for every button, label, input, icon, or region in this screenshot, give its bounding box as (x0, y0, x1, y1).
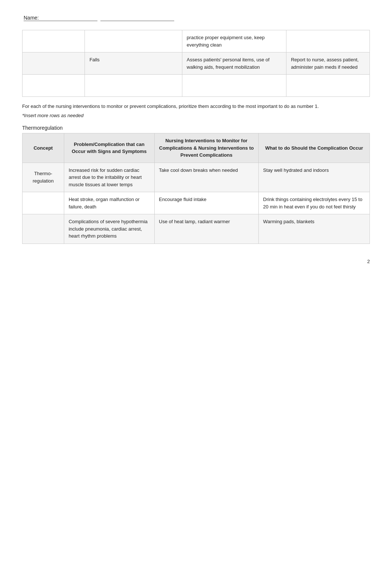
what-to-do-cell: Warming pads, blankets (258, 214, 369, 244)
cell (23, 30, 85, 52)
table-row (23, 75, 370, 97)
what-to-do-cell: Drink things containing electrolytes eve… (258, 192, 369, 214)
cell (23, 75, 85, 97)
table-row: Thermo-regulation Increased risk for sud… (23, 163, 370, 192)
concept-cell-empty (23, 192, 64, 214)
table-row: Complications of severe hypothermia incl… (23, 214, 370, 244)
cell (23, 52, 85, 75)
cell: Falls (85, 52, 182, 75)
table-header-row: Concept Problem/Complication that can Oc… (23, 133, 370, 163)
cell: Report to nurse, assess patient, adminis… (286, 52, 370, 75)
problem-cell: Increased risk for sudden cardiac arrest… (64, 163, 154, 192)
cell (286, 75, 370, 97)
note1-text: For each of the nursing interventions to… (22, 103, 370, 109)
intervention-cell: Encourage fluid intake (154, 192, 258, 214)
cell: Assess patients' personal items, use of … (182, 52, 286, 75)
name-field-label: Name: (22, 15, 370, 21)
page-number: 2 (22, 259, 370, 264)
problem-cell: Heat stroke, organ malfunction or failur… (64, 192, 154, 214)
cell (286, 30, 370, 52)
name-underline (100, 15, 174, 21)
col2-header: Problem/Complication that can Occur with… (64, 133, 154, 163)
what-to-do-cell: Stay well hydrated and indoors (258, 163, 369, 192)
section-title: Thermoregulation (22, 125, 370, 131)
note2-text: *Insert more rows as needed (22, 113, 370, 118)
concept-cell-empty (23, 214, 64, 244)
table-row: Falls Assess patients' personal items, u… (23, 52, 370, 75)
col4-header: What to do Should the Complication Occur (258, 133, 369, 163)
cell (85, 75, 182, 97)
intervention-cell: Take cool down breaks when needed (154, 163, 258, 192)
problem-cell: Complications of severe hypothermia incl… (64, 214, 154, 244)
concept-cell: Thermo-regulation (23, 163, 64, 192)
thermoregulation-table: Concept Problem/Complication that can Oc… (22, 133, 370, 244)
col1-header: Concept (23, 133, 64, 163)
table-row: Heat stroke, organ malfunction or failur… (23, 192, 370, 214)
cell: practice proper equipment use, keep ever… (182, 30, 286, 52)
cell (85, 30, 182, 52)
col3-header: Nursing Interventions to Monitor for Com… (154, 133, 258, 163)
table-row: practice proper equipment use, keep ever… (23, 30, 370, 52)
top-table: practice proper equipment use, keep ever… (22, 30, 370, 97)
intervention-cell: Use of heat lamp, radiant warmer (154, 214, 258, 244)
cell (182, 75, 286, 97)
name-label: Name: (24, 15, 97, 21)
